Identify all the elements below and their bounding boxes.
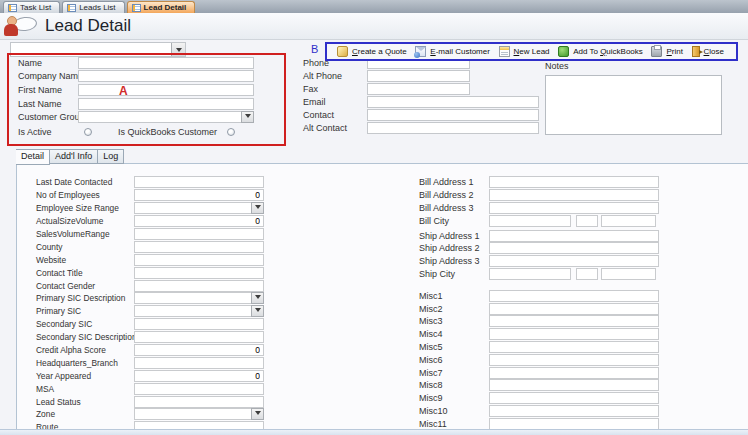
field-input[interactable] bbox=[134, 357, 264, 369]
chevron-down-icon[interactable] bbox=[251, 202, 264, 214]
detail-tab[interactable]: Log bbox=[98, 149, 124, 164]
toolbar-button[interactable]: E-mail Customer bbox=[415, 46, 490, 57]
field-input[interactable] bbox=[489, 341, 659, 353]
chevron-down-icon[interactable] bbox=[251, 305, 264, 317]
state-input[interactable] bbox=[576, 268, 598, 280]
field-input[interactable] bbox=[367, 122, 539, 134]
field-input[interactable] bbox=[489, 303, 659, 315]
window-tab[interactable]: Lead Detail bbox=[127, 1, 196, 13]
field-input[interactable] bbox=[134, 202, 264, 214]
field-input[interactable] bbox=[134, 267, 264, 279]
toolbar-button[interactable]: Add To QuickBooks bbox=[558, 46, 643, 57]
field-label: Misc7 bbox=[419, 368, 489, 378]
detail-tab[interactable]: Add'l Info bbox=[50, 149, 98, 164]
field-row: Misc4 bbox=[419, 328, 679, 341]
field-input[interactable] bbox=[134, 176, 264, 188]
contact-fields: Phone Alt Phone Fax Email Contact bbox=[303, 56, 548, 134]
field-input[interactable] bbox=[367, 70, 470, 82]
field-input[interactable] bbox=[134, 228, 264, 240]
chevron-down-icon[interactable] bbox=[171, 43, 185, 56]
field-row: Misc1 bbox=[419, 289, 679, 302]
field-label: Primary SIC bbox=[36, 306, 134, 316]
toolbar-button[interactable]: New Lead bbox=[499, 46, 550, 57]
field-input[interactable] bbox=[134, 383, 264, 395]
field-input[interactable] bbox=[489, 290, 659, 302]
field-input[interactable] bbox=[489, 215, 571, 227]
field-input[interactable] bbox=[489, 405, 659, 417]
field-row: Misc2 bbox=[419, 302, 679, 315]
field-input[interactable] bbox=[134, 408, 264, 420]
field-input[interactable] bbox=[134, 215, 264, 227]
field-row: No of Employees bbox=[36, 189, 266, 202]
chevron-down-icon[interactable] bbox=[251, 408, 264, 420]
detail-tab[interactable]: Detail bbox=[16, 149, 50, 165]
window-tab-label: Task List bbox=[20, 3, 51, 12]
zip-input[interactable] bbox=[601, 215, 656, 227]
field-input[interactable] bbox=[489, 202, 659, 214]
detail-left-column: Last Date Contacted No of Employees bbox=[36, 176, 266, 429]
field-input[interactable] bbox=[134, 396, 264, 408]
field-row: Customer Group bbox=[18, 110, 258, 124]
field-input[interactable] bbox=[134, 189, 264, 201]
horizontal-scrollbar[interactable] bbox=[0, 429, 748, 435]
field-input[interactable] bbox=[78, 70, 254, 82]
zip-input[interactable] bbox=[601, 268, 656, 280]
field-input[interactable] bbox=[134, 421, 264, 429]
field-input[interactable] bbox=[489, 176, 659, 188]
field-input[interactable] bbox=[134, 331, 264, 343]
field-input[interactable] bbox=[134, 370, 264, 382]
field-label: Year Appeared bbox=[36, 371, 134, 381]
toolbar-button[interactable]: Print bbox=[651, 46, 682, 57]
notes-textarea[interactable] bbox=[545, 75, 722, 135]
close-icon bbox=[692, 46, 700, 57]
field-input[interactable] bbox=[489, 367, 659, 379]
field-input[interactable] bbox=[367, 109, 539, 121]
field-row: Fax bbox=[303, 82, 548, 95]
window-tab-label: Leads List bbox=[79, 3, 115, 12]
field-input[interactable] bbox=[489, 230, 659, 242]
field-label: Misc10 bbox=[419, 406, 489, 416]
chevron-down-icon[interactable] bbox=[251, 292, 264, 304]
detail-tab-label: Log bbox=[103, 151, 118, 161]
field-row: Bill City bbox=[419, 214, 679, 227]
field-input[interactable] bbox=[134, 305, 264, 317]
field-input[interactable] bbox=[134, 280, 264, 292]
field-input[interactable] bbox=[489, 315, 659, 327]
field-label: No of Employees bbox=[36, 190, 134, 200]
field-input[interactable] bbox=[489, 189, 659, 201]
field-input[interactable] bbox=[134, 254, 264, 266]
field-input[interactable] bbox=[367, 96, 539, 108]
is-active-radio[interactable] bbox=[84, 128, 92, 136]
field-input[interactable] bbox=[489, 268, 571, 280]
toolbar-button[interactable]: Close bbox=[692, 46, 724, 57]
is-quickbooks-radio[interactable] bbox=[227, 128, 235, 136]
field-label: Ship City bbox=[419, 269, 489, 279]
field-input[interactable] bbox=[78, 98, 254, 110]
field-input[interactable] bbox=[489, 354, 659, 366]
field-input[interactable] bbox=[134, 292, 264, 304]
lead-selector-input[interactable] bbox=[11, 43, 171, 56]
field-input[interactable] bbox=[367, 83, 470, 95]
window-tab[interactable]: Task List bbox=[3, 1, 60, 13]
field-input[interactable] bbox=[78, 57, 254, 69]
field-label: Route bbox=[36, 422, 134, 429]
lead-selector-combo[interactable] bbox=[10, 42, 186, 57]
field-input[interactable] bbox=[489, 379, 659, 391]
state-input[interactable] bbox=[576, 215, 598, 227]
window-tab[interactable]: Leads List bbox=[62, 1, 124, 13]
field-label: Ship Address 1 bbox=[419, 231, 489, 241]
chevron-down-icon[interactable] bbox=[241, 111, 254, 123]
field-input[interactable] bbox=[489, 392, 659, 404]
flags-row: Is Active Is QuickBooks Customer bbox=[18, 127, 280, 139]
field-input[interactable] bbox=[134, 344, 264, 356]
field-input[interactable] bbox=[78, 84, 254, 96]
field-input[interactable] bbox=[134, 318, 264, 330]
field-input[interactable] bbox=[489, 242, 659, 254]
field-input[interactable] bbox=[489, 328, 659, 340]
field-label: Secondary SIC Description bbox=[36, 332, 134, 342]
field-input[interactable] bbox=[78, 111, 254, 123]
field-input[interactable] bbox=[489, 418, 659, 429]
toolbar-button[interactable]: Create a Quote bbox=[337, 46, 407, 57]
field-input[interactable] bbox=[134, 241, 264, 253]
field-input[interactable] bbox=[489, 255, 659, 267]
